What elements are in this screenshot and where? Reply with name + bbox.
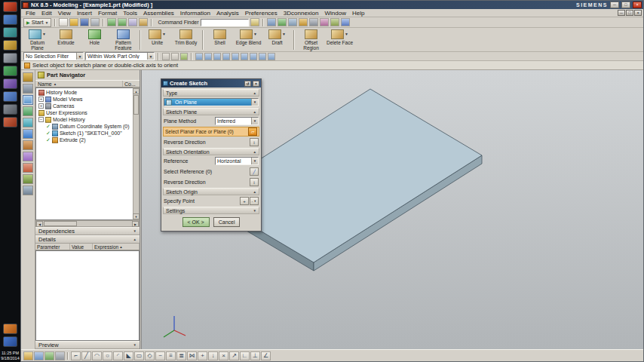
find-icon[interactable] [250,18,259,26]
dialog-reset-button[interactable]: ↺ [244,81,251,87]
process-studio-icon[interactable] [23,152,33,161]
sketch-type-dropdown[interactable]: On Plane ▼ [164,98,259,106]
history-icon[interactable] [23,140,33,150]
plane-method-dropdown[interactable]: Inferred ▼ [215,117,259,125]
dropdown-arrow-icon[interactable]: ▼ [251,158,258,164]
bottom-icon-4[interactable] [55,351,65,360]
tree-item-history-mode[interactable]: History Mode [36,89,133,96]
menu-help[interactable]: Help [349,9,367,17]
settings-section-header[interactable]: Settings ▼ [163,207,259,214]
menu-insert[interactable]: Insert [74,9,95,17]
taskbar-app-icon-10[interactable] [3,336,17,347]
dependencies-section-header[interactable]: Dependencies ▼ [35,227,140,235]
scroll-up-icon[interactable]: ▲ [133,88,140,94]
checkbox-checked-icon[interactable]: ✓ [46,124,51,130]
offset-region-button[interactable]: Offset Region [297,29,325,51]
tree-vertical-scrollbar[interactable]: ▲ ▼ [133,87,140,220]
delete-face-button[interactable]: ▼ Delete Face [326,29,354,45]
orient-view-icon[interactable] [299,18,308,26]
render-style-icon[interactable] [309,18,318,26]
select-all-icon[interactable] [162,53,170,60]
geometric-constraints-icon[interactable]: ⊥ [250,351,260,360]
select-planar-face-row[interactable]: Select Planar Face or Plane (0) ▱ [163,127,259,137]
column-expression[interactable]: Expression ▲ [93,244,140,250]
menu-3dconnexion[interactable]: 3Dconnexion [281,9,322,17]
open-icon[interactable] [69,18,78,26]
close-button[interactable]: × [633,2,642,8]
menu-tools[interactable]: Tools [120,9,140,17]
sketch-origin-section-header[interactable]: Sketch Origin ▲ [163,188,259,195]
menu-preferences[interactable]: Preferences [242,9,281,17]
start-menu-button[interactable]: ▶ Start ▼ [23,18,51,27]
circle-icon[interactable]: ○ [103,351,112,360]
scrollbar-thumb[interactable] [133,95,139,115]
constraint-navigator-icon[interactable] [23,84,33,94]
hole-button[interactable]: Hole [81,29,109,45]
reverse-direction-icon[interactable]: ↕ [250,178,259,186]
inferred-point-dropdown[interactable]: ∙ ▼ [250,197,259,205]
taskbar-app-icon-1[interactable] [3,27,17,38]
select-reference-icon[interactable]: ╱ [250,167,259,176]
arc-icon[interactable]: ◠ [92,351,102,360]
column-name[interactable]: Name ▲ [35,81,123,87]
pattern-feature-button[interactable]: Pattern Feature [109,29,137,51]
manufacturing-wizards-icon[interactable] [23,163,33,173]
tree-item-extrude[interactable]: ✓ Extrude (2) [36,137,133,143]
section-chevron-icon[interactable]: ▼ [133,229,136,233]
chamfer-icon[interactable]: ◣ [124,351,133,360]
menu-analysis[interactable]: Analysis [213,9,242,17]
web-browser-icon[interactable] [23,129,33,139]
minimize-button[interactable]: ─ [610,2,619,8]
tree-item-model-history[interactable]: − Model History [36,116,133,123]
dialog-close-button[interactable]: × [253,81,259,87]
dropdown-arrow-icon[interactable]: ▼ [251,118,258,124]
mdi-close-button[interactable]: × [634,10,642,16]
column-comment[interactable]: Co... [123,81,140,87]
menu-file[interactable]: File [23,9,38,17]
column-parameter[interactable]: Parameter [35,244,70,250]
snap-point-icon[interactable] [195,53,203,60]
tree-item-datum-csys[interactable]: ✓ Datum Coordinate System (0) [36,123,133,130]
scroll-left-icon[interactable]: ◀ [36,221,43,227]
shell-button[interactable]: Shell [206,29,234,45]
refresh-display-icon[interactable] [278,18,287,26]
command-finder-input[interactable] [201,19,249,26]
fit-view-icon[interactable] [288,18,297,26]
mdi-minimize-button[interactable]: ─ [618,10,625,16]
reference-dropdown[interactable]: Horizontal ▼ [215,157,259,165]
reuse-library-icon[interactable] [23,106,33,116]
hd3d-tools-icon[interactable] [23,118,33,127]
quadrant-point-icon[interactable] [250,53,257,60]
paste-icon[interactable] [139,18,148,26]
edge-blend-button[interactable]: ▼ Edge Blend [235,29,262,45]
ok-button[interactable]: < OK > [182,217,210,227]
sketch-plane-section-header[interactable]: Sketch Plane ▲ [163,108,259,115]
print-icon[interactable] [90,18,100,26]
menu-window[interactable]: Window [322,9,349,17]
taskbar-app-icon-3[interactable] [3,53,17,63]
bottom-icon-1[interactable] [23,351,33,360]
maximize-button[interactable]: □ [621,2,630,8]
graphics-window[interactable]: Create Sketch ↺ × Type ▲ On Plane [142,70,643,349]
menu-assemblies[interactable]: Assemblies [140,9,177,17]
checkbox-checked-icon[interactable]: ✓ [46,137,51,143]
section-chevron-icon[interactable]: ▲ [133,238,136,241]
save-icon[interactable] [80,18,89,26]
expand-icon[interactable]: + [38,103,44,109]
intersection-point-icon[interactable]: + [198,351,207,360]
point-dialog-icon[interactable]: + [240,197,249,205]
taskbar-clock[interactable]: 11:25 PM 9/18/2014 [1,351,19,362]
dialog-title-bar[interactable]: Create Sketch ↺ × [161,79,261,87]
fillet-icon[interactable]: ◜ [113,351,123,360]
dropdown-arrow-icon[interactable]: ▼ [345,32,348,37]
new-file-icon[interactable] [59,18,68,26]
selection-scope-combo[interactable]: Within Work Part Only ▼ [85,52,155,60]
end-point-icon[interactable] [204,53,212,60]
taskbar-app-icon-6[interactable] [3,91,17,102]
bottom-icon-3[interactable] [44,351,54,360]
scroll-right-icon[interactable]: ▶ [132,221,139,227]
copy-icon[interactable] [128,18,137,26]
highlight-icon[interactable] [180,53,188,60]
scrollbar-thumb[interactable] [44,221,77,226]
cancel-button[interactable]: Cancel [213,217,241,227]
